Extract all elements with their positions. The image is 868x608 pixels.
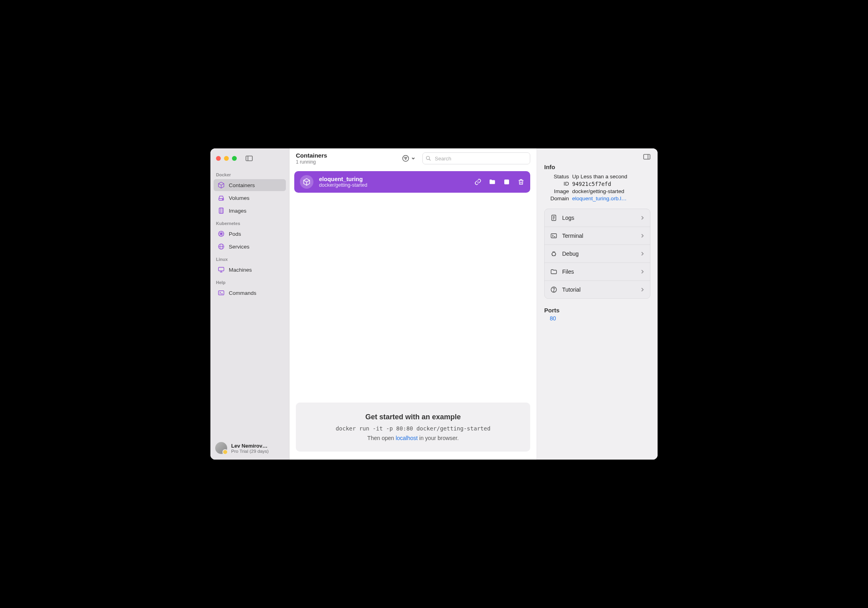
sidebar-footer[interactable]: Lev Nemirov… Pro Trial (29 days) [210,438,289,460]
monitor-icon [218,266,225,273]
svg-point-36 [553,291,554,292]
example-card: Get started with an example docker run -… [296,403,530,452]
chevron-right-icon [640,251,644,256]
example-hint-after: in your browser. [418,435,459,441]
panel-label: Debug [562,251,579,257]
container-cube-icon [300,175,313,189]
example-hint: Then open localhost in your browser. [304,435,522,441]
link-icon[interactable] [474,178,482,186]
sidebar-item-label: Services [229,244,250,250]
sidebar-item-label: Volumes [229,195,250,201]
panel-tutorial[interactable]: Tutorial [545,281,650,298]
filter-button[interactable] [399,153,418,164]
svg-rect-0 [246,156,252,161]
info-image-label: Image [544,188,569,194]
window-close[interactable] [216,156,221,161]
folder-icon[interactable] [489,178,496,186]
sidebar-item-services[interactable]: Services [214,241,286,253]
main-column: Containers 1 running eloquent_turin [289,148,537,460]
chevron-right-icon [640,269,644,274]
sidebar-item-label: Containers [229,182,255,188]
layers-icon [218,207,225,214]
helm-icon [218,230,225,237]
filter-icon [402,154,410,162]
cube-icon [218,182,225,189]
terminal-icon [218,289,225,296]
sidebar-section-help: Help [210,276,289,286]
sidebar-item-label: Images [229,208,246,214]
localhost-link[interactable]: localhost [396,435,418,441]
sidebar: Docker Containers Volumes Images Kuberne… [210,148,289,460]
port-link[interactable]: 80 [544,315,650,322]
chevron-right-icon [640,287,644,292]
traffic-lights [216,156,237,161]
chevron-down-icon [411,156,415,160]
svg-point-24 [426,156,430,160]
search-input[interactable] [422,152,530,164]
sidebar-section-linux: Linux [210,253,289,263]
window-zoom[interactable] [232,156,237,161]
info-domain-label: Domain [544,195,569,201]
app-window: Docker Containers Volumes Images Kuberne… [210,148,658,460]
titlebar [210,148,289,168]
container-name: eloquent_turing [319,176,367,182]
avatar [215,442,227,454]
container-actions [474,178,525,186]
bug-icon [550,250,557,257]
example-title: Get started with an example [304,413,522,421]
globe-icon [218,243,225,250]
page-subtitle: 1 running [296,159,327,165]
stop-icon[interactable] [503,178,510,186]
panel-files[interactable]: Files [545,263,650,281]
disk-icon [218,194,225,201]
panel-toggle-icon[interactable] [643,154,650,160]
ports-heading: Ports [544,307,650,314]
sidebar-section-kubernetes: Kubernetes [210,217,289,227]
window-minimize[interactable] [224,156,229,161]
panel-logs[interactable]: Logs [545,209,650,227]
search-wrap [422,152,530,164]
panel-debug[interactable]: Debug [545,245,650,263]
svg-line-25 [429,159,431,161]
svg-rect-16 [218,267,224,271]
sidebar-item-volumes[interactable]: Volumes [214,192,286,204]
sidebar-item-machines[interactable]: Machines [214,264,286,276]
trash-icon[interactable] [517,178,525,186]
sidebar-section-docker: Docker [210,168,289,179]
info-id-val: 94921c5f7efd [572,181,650,187]
panel-label: Tutorial [562,286,581,293]
svg-rect-33 [551,234,557,238]
sidebar-item-containers[interactable]: Containers [214,179,286,191]
sidebar-item-label: Commands [229,290,256,296]
info-image-val: docker/getting-started [572,188,650,194]
user-sub: Pro Trial (29 days) [231,449,269,454]
example-hint-before: Then open [367,435,396,441]
folder-icon [550,268,557,275]
sidebar-item-images[interactable]: Images [214,205,286,217]
info-domain-val[interactable]: eloquent_turing.orb.l… [572,195,650,201]
sidebar-item-label: Pods [229,231,241,237]
container-image: docker/getting-started [319,182,367,188]
svg-rect-26 [504,180,509,184]
main-header: Containers 1 running [289,148,537,168]
help-icon [550,286,557,293]
container-row[interactable]: eloquent_turing docker/getting-started [294,171,530,193]
info-status-val: Up Less than a second [572,174,650,180]
chevron-right-icon [640,233,644,238]
sidebar-toggle-icon[interactable] [246,156,253,161]
terminal-icon [550,232,557,239]
sidebar-item-pods[interactable]: Pods [214,228,286,240]
svg-rect-4 [219,208,224,213]
panel-terminal[interactable]: Terminal [545,227,650,245]
panel-label: Files [562,268,574,275]
search-icon [426,156,431,161]
svg-point-3 [222,199,223,200]
info-panel: Info StatusUp Less than a second ID94921… [537,148,658,460]
sidebar-item-label: Machines [229,267,252,273]
logs-icon [550,214,557,221]
sidebar-item-commands[interactable]: Commands [214,287,286,299]
panel-label: Logs [562,215,574,221]
page-title: Containers [296,152,327,159]
info-id-label: ID [544,181,569,187]
info-status-label: Status [544,174,569,180]
